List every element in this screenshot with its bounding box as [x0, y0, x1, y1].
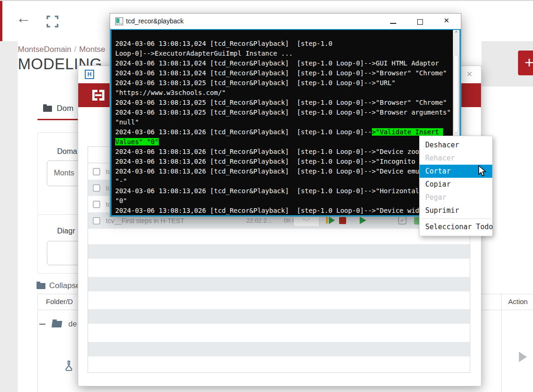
- cursor-arrow-icon: [477, 165, 488, 177]
- console-line: 2024-03-06 13:08:13,024 [tcd_Recor&Playb…: [115, 69, 447, 77]
- breadcrumb-current[interactable]: Montse: [79, 45, 105, 54]
- row-checkbox[interactable]: [93, 201, 100, 208]
- empty-row-stripe: [88, 244, 470, 259]
- empty-row-stripe: [88, 342, 470, 356]
- resume-icon-bar: [326, 217, 328, 224]
- maximize-icon[interactable]: [417, 19, 423, 25]
- tab-domain[interactable]: Dom: [43, 104, 74, 113]
- menu-item-paste: Pegar: [420, 191, 492, 204]
- row-checkbox[interactable]: [93, 184, 100, 192]
- diagram-field-label: Diagr: [57, 227, 75, 235]
- scrollbar-thumb[interactable]: [453, 54, 459, 133]
- console-line: 2024-03-06 13:08:13,024 [tcd_Recor&Playb…: [115, 39, 333, 48]
- console-line: 2024-03-06 13:08:13,026 [tcd_Recor&Playb…: [115, 187, 427, 195]
- header-accent-bar: [0, 1, 2, 41]
- resume-icon-triangle: [329, 217, 335, 224]
- resume-icon[interactable]: [326, 217, 335, 224]
- scrollbar-up-icon[interactable]: ^: [453, 30, 459, 36]
- folder-column-header: Folder/D: [46, 298, 73, 305]
- breadcrumb-separator: /: [71, 45, 79, 54]
- action-column-border: [501, 294, 502, 392]
- flask-icon: [64, 360, 74, 373]
- fullscreen-icon-glyph: [46, 15, 59, 28]
- add-button[interactable]: +: [518, 51, 533, 75]
- menu-item-redo: Rehacer: [420, 152, 492, 165]
- action-column-header: Action: [508, 298, 528, 305]
- checked-status-icon[interactable]: ✓: [398, 216, 407, 225]
- console-line: Loop-0]-->ExecutorAdapterGuiImpl Instanc…: [115, 49, 293, 58]
- tree-item-label: de: [68, 320, 77, 328]
- console-line: 2024-03-06 13:08:13,026 [tcd_Recor&Playb…: [115, 128, 443, 136]
- close-icon[interactable]: ✕: [444, 16, 450, 25]
- back-arrow-icon[interactable]: ←: [16, 10, 31, 25]
- run-action-icon[interactable]: [519, 352, 527, 362]
- breadcrumb: MontseDomain/Montse: [18, 45, 105, 54]
- collapse-label: Collapse: [49, 281, 80, 290]
- folder-icon: [43, 106, 52, 112]
- menu-item-select-all[interactable]: Seleccionar Todo: [420, 220, 492, 233]
- edit-context-menu: Deshacer Rehacer Cortar Copiar Pegar Sup…: [419, 136, 493, 236]
- console-line: 2024-03-06 13:08:13,025 [tcd_Recor&Playb…: [115, 79, 395, 87]
- flask-icon-glyph: [64, 360, 74, 371]
- minimize-icon[interactable]: [390, 23, 396, 24]
- console-line: 2024-03-06 13:08:13,026 [tcd_Recor&Playb…: [115, 167, 427, 175]
- console-line: 2024-03-06 13:08:13,026 [tcd_Recor&Playb…: [115, 147, 427, 156]
- console-line: 2024-03-06 13:08:13,026 [tcd_Recor&Playb…: [115, 157, 427, 166]
- console-line: Values" "0": [115, 138, 159, 146]
- menu-item-delete[interactable]: Suprimir: [420, 204, 492, 217]
- collapse-node-icon[interactable]: [39, 324, 45, 325]
- brand-logo-icon: [91, 89, 105, 102]
- console-line: "-": [115, 177, 127, 185]
- console-selection: Values" "0": [115, 138, 159, 145]
- stop-icon[interactable]: [339, 217, 346, 224]
- fullscreen-icon[interactable]: [46, 15, 59, 29]
- console-icon: [115, 17, 123, 25]
- console-line: "null": [115, 118, 139, 126]
- domain-field-label: Doma: [57, 147, 77, 156]
- menu-item-copy[interactable]: Copiar: [420, 178, 492, 191]
- console-line-text: 2024-03-06 13:08:13,026 [tcd_Recor&Playb…: [115, 128, 372, 136]
- breadcrumb-domain-link[interactable]: MontseDomain: [18, 45, 71, 54]
- mouse-cursor: [477, 165, 488, 179]
- row-checkbox[interactable]: [93, 217, 100, 225]
- open-folder-icon: [52, 321, 62, 327]
- console-lines: 2024-03-06 13:08:13,024 [tcd_Recor&Playb…: [114, 30, 453, 215]
- dialog-close-icon[interactable]: ✕: [466, 70, 473, 79]
- console-output[interactable]: 2024-03-06 13:08:13,024 [tcd_Recor&Playb…: [110, 29, 461, 217]
- terminal-title: tcd_recor&playback: [126, 17, 184, 25]
- console-line: "0": [115, 196, 127, 205]
- console-line: 2024-03-06 13:08:13,025 [tcd_Recor&Playb…: [115, 108, 451, 116]
- console-selection: >"Validate Insert: [372, 128, 443, 136]
- terminal-window: tcd_recor&playback ✕ 2024-03-06 13:08:13…: [110, 13, 461, 217]
- menu-item-undo[interactable]: Deshacer: [420, 138, 492, 152]
- console-line: 2024-03-06 13:08:13,026 [tcd_Recor&Playb…: [115, 206, 427, 215]
- row-date: 22.02.2...: [246, 217, 272, 224]
- table-left-border: [37, 294, 38, 392]
- row-checkbox[interactable]: [93, 168, 100, 175]
- console-line: 2024-03-06 13:08:13,025 [tcd_Recor&Playb…: [115, 98, 447, 107]
- terminal-titlebar[interactable]: tcd_recor&playback ✕: [110, 14, 461, 29]
- console-line: 2024-03-06 13:08:13,024 [tcd_Recor&Playb…: [115, 59, 439, 67]
- folder-icon: [37, 283, 45, 289]
- domain-input-value: Monts: [54, 169, 74, 177]
- collapse-section[interactable]: Collapse: [37, 281, 80, 290]
- row-label: tcv__First steps in H-TEST: [106, 217, 184, 225]
- console-line: "https://www.w3schools.com/": [115, 88, 226, 97]
- empty-row-stripe: [88, 277, 470, 291]
- tree-row-default-folder[interactable]: de: [39, 320, 77, 328]
- tab-domain-label: Dom: [57, 104, 74, 113]
- play-icon[interactable]: [360, 217, 366, 224]
- dialog-favicon: H: [85, 70, 94, 79]
- menu-separator: [421, 218, 491, 219]
- empty-row-stripe: [88, 309, 470, 324]
